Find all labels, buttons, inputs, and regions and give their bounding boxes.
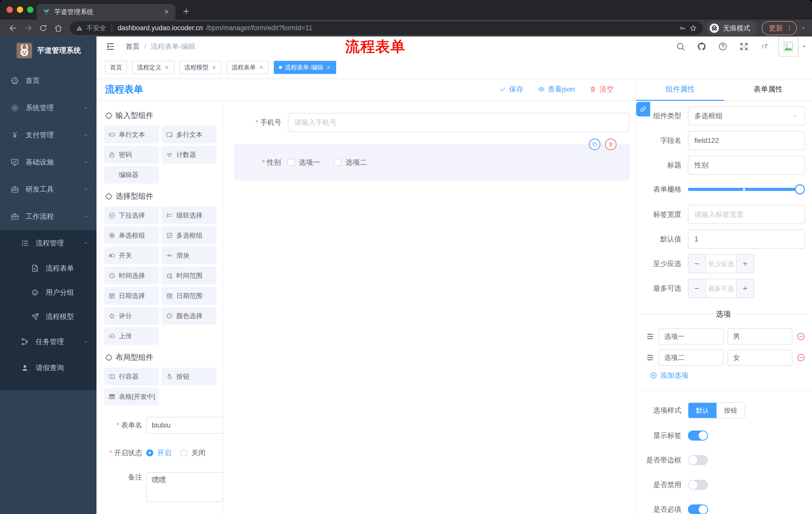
canvas-field-gender[interactable]: 性别 选项一选项二 bbox=[234, 144, 630, 181]
add-option-button[interactable]: 添加选项 bbox=[650, 371, 812, 380]
min-increase-button[interactable] bbox=[736, 255, 754, 273]
user-avatar[interactable] bbox=[778, 36, 799, 57]
palette-item-单选框组[interactable]: 单选框组 bbox=[104, 226, 159, 244]
zoom-window-button[interactable] bbox=[27, 6, 33, 13]
palette-item-计数器[interactable]: 123计数器 bbox=[162, 146, 216, 163]
forward-button[interactable] bbox=[24, 24, 33, 33]
palette-item-时间范围[interactable]: 时间范围 bbox=[162, 267, 216, 285]
palette-item-多行文本[interactable]: 多行文本 bbox=[162, 126, 216, 143]
option-value-input[interactable] bbox=[728, 350, 792, 366]
insecure-warning-icon[interactable] bbox=[76, 25, 83, 32]
copy-field-button[interactable] bbox=[589, 139, 601, 150]
delete-field-button[interactable] bbox=[605, 139, 616, 150]
palette-item-日期范围[interactable]: 日期范围 bbox=[162, 287, 216, 304]
palette-item-单行文本[interactable]: 单行文本 bbox=[104, 126, 159, 143]
sidebar-item-用户分组[interactable]: 用户分组 bbox=[0, 280, 96, 304]
palette-item-表格[开发中][interactable]: 表格[开发中] bbox=[104, 388, 159, 405]
sidebar-item-系统管理[interactable]: 系统管理 bbox=[0, 94, 96, 121]
radio-on[interactable]: 开启 bbox=[146, 448, 171, 458]
palette-item-编辑器[interactable]: 编辑器 bbox=[104, 166, 159, 184]
tag-close-icon[interactable] bbox=[164, 65, 169, 70]
checkbox-option-选项二[interactable]: 选项二 bbox=[334, 158, 367, 167]
github-icon[interactable] bbox=[697, 42, 706, 51]
remark-textarea[interactable] bbox=[146, 472, 224, 502]
palette-item-行容器[interactable]: 行容器 bbox=[104, 368, 159, 385]
palette-item-时间选择[interactable]: 时间选择 bbox=[104, 267, 159, 285]
save-button[interactable]: 保存 bbox=[499, 84, 523, 94]
remove-option-icon[interactable] bbox=[796, 332, 806, 341]
search-icon[interactable] bbox=[676, 42, 685, 51]
max-decrease-button[interactable] bbox=[688, 279, 706, 297]
collapse-sidebar-icon[interactable] bbox=[106, 42, 115, 51]
clear-button[interactable]: 清空 bbox=[589, 84, 613, 94]
max-increase-button[interactable] bbox=[736, 279, 754, 297]
palette-item-评分[interactable]: 评分 bbox=[104, 307, 159, 325]
sidebar-item-基础设施[interactable]: 基础设施 bbox=[0, 148, 96, 176]
title-input[interactable] bbox=[688, 156, 805, 175]
toggle-是否禁用[interactable] bbox=[688, 480, 708, 490]
resize-corner-icon[interactable] bbox=[220, 496, 224, 501]
palette-item-上传[interactable]: 上传 bbox=[104, 327, 159, 345]
update-button[interactable]: 更新 bbox=[762, 21, 797, 35]
checkbox-option-选项一[interactable]: 选项一 bbox=[287, 158, 320, 167]
option-text-input[interactable] bbox=[659, 328, 724, 345]
tag-close-icon[interactable] bbox=[326, 65, 331, 70]
password-manager-icon[interactable] bbox=[679, 25, 686, 32]
palette-item-多选框组[interactable]: 多选框组 bbox=[162, 226, 216, 244]
bookmark-star-icon[interactable] bbox=[689, 24, 697, 32]
style-option-按钮[interactable]: 按钮 bbox=[717, 403, 745, 418]
form-name-input[interactable] bbox=[146, 417, 224, 434]
help-icon[interactable] bbox=[718, 42, 728, 51]
browser-menu-icon[interactable] bbox=[786, 25, 793, 32]
min-decrease-button[interactable] bbox=[688, 255, 706, 273]
font-size-icon[interactable]: TT bbox=[760, 42, 770, 51]
tag-close-icon[interactable] bbox=[211, 65, 216, 70]
max-select-placeholder[interactable]: 最多可选 bbox=[706, 279, 736, 297]
tag-流程表单[interactable]: 流程表单 bbox=[227, 61, 269, 74]
palette-item-按钮[interactable]: 按钮 bbox=[162, 368, 216, 385]
checkbox-box[interactable] bbox=[334, 159, 341, 166]
toggle-是否带边框[interactable] bbox=[688, 455, 708, 465]
sidebar-item-流程管理[interactable]: 流程管理 bbox=[0, 230, 96, 256]
sidebar-item-流程表单[interactable]: 流程表单 bbox=[0, 256, 96, 280]
toolbar-caret-icon[interactable] bbox=[801, 25, 807, 31]
sidebar-item-请假查询[interactable]: 请假查询 bbox=[0, 355, 96, 381]
toggle-是否必填[interactable] bbox=[688, 505, 708, 514]
sidebar-item-研发工具[interactable]: 研发工具 bbox=[0, 176, 96, 203]
sidebar-item-任务管理[interactable]: 任务管理 bbox=[0, 329, 96, 355]
tag-流程表单-编辑[interactable]: 流程表单-编辑 bbox=[274, 61, 336, 74]
min-select-placeholder[interactable]: 至少应选 bbox=[706, 255, 736, 273]
tab-component-props[interactable]: 组件属性 bbox=[636, 78, 724, 100]
palette-item-级联选择[interactable]: 级联选择 bbox=[162, 207, 216, 224]
form-grid-slider[interactable] bbox=[688, 184, 805, 194]
view-json-button[interactable]: 查看json bbox=[538, 84, 575, 94]
new-tab-button[interactable] bbox=[182, 7, 191, 16]
tag-流程模型[interactable]: 流程模型 bbox=[179, 61, 222, 74]
sidebar-item-首页[interactable]: 首页 bbox=[0, 67, 96, 94]
tab-close-icon[interactable] bbox=[163, 8, 170, 15]
remove-option-icon[interactable] bbox=[796, 353, 806, 362]
back-button[interactable] bbox=[8, 24, 18, 33]
close-window-button[interactable] bbox=[6, 6, 13, 13]
reload-button[interactable] bbox=[39, 24, 48, 33]
palette-item-密码[interactable]: 密码 bbox=[104, 146, 159, 163]
sidebar-item-支付管理[interactable]: 支付管理 bbox=[0, 121, 96, 148]
palette-item-下拉选择[interactable]: 下拉选择 bbox=[104, 207, 159, 224]
option-value-input[interactable] bbox=[728, 328, 792, 345]
minimize-window-button[interactable] bbox=[17, 6, 23, 13]
breadcrumb-home[interactable]: 首页 bbox=[126, 42, 140, 51]
sidebar-item-流程模型[interactable]: 流程模型 bbox=[0, 304, 96, 329]
browser-tab[interactable]: 芋道管理系统 bbox=[37, 4, 175, 20]
default-value-input[interactable] bbox=[688, 229, 805, 249]
phone-input[interactable] bbox=[288, 113, 629, 132]
slider-handle[interactable] bbox=[795, 184, 805, 194]
slider-track[interactable] bbox=[688, 188, 804, 191]
palette-item-颜色选择[interactable]: 颜色选择 bbox=[162, 307, 216, 325]
address-bar[interactable]: 不安全 dashboard.yudao.iocoder.cn/bpm/manag… bbox=[70, 21, 703, 35]
label-width-input[interactable] bbox=[688, 205, 805, 224]
option-text-input[interactable] bbox=[659, 350, 724, 366]
component-type-select[interactable]: 多选框组 bbox=[688, 106, 805, 126]
sidebar-logo[interactable]: 芋道管理系统 bbox=[0, 36, 96, 64]
home-button[interactable] bbox=[54, 24, 63, 33]
canvas-field-phone[interactable]: 手机号 bbox=[235, 113, 629, 132]
